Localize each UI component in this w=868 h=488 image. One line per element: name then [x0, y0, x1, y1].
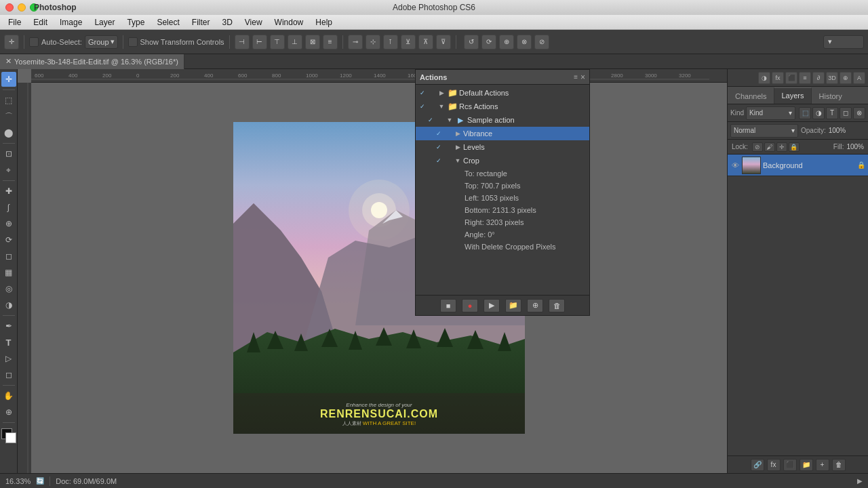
stop-btn[interactable]: ■	[440, 299, 456, 312]
dodge-tool[interactable]: ◑	[1, 298, 16, 312]
lock-all-btn[interactable]: 🔒	[789, 142, 800, 152]
menu-3d[interactable]: 3D	[216, 16, 237, 28]
brush-tool[interactable]: ∫	[1, 200, 16, 215]
blur-tool[interactable]: ◎	[1, 281, 16, 296]
menu-filter[interactable]: Filter	[186, 16, 216, 28]
filter-pixel-btn[interactable]: ⬚	[799, 107, 811, 119]
actions-close-btn[interactable]: ×	[580, 73, 585, 82]
mask-icon[interactable]: ⬛	[785, 72, 797, 84]
add-mask-btn[interactable]: ⬛	[783, 459, 797, 471]
3d-roll-btn[interactable]: ⟳	[481, 35, 496, 49]
auto-select-check[interactable]	[29, 37, 39, 47]
menu-view[interactable]: View	[239, 16, 268, 28]
background-color[interactable]	[5, 432, 16, 443]
minimize-button[interactable]	[18, 3, 26, 12]
lock-transparent-btn[interactable]: ⊘	[752, 142, 763, 152]
type-tool[interactable]: T	[1, 335, 16, 350]
levels-row[interactable]: ✓ ▶ Levels	[416, 140, 589, 154]
doc-tab[interactable]: ✕ Yosemite-3b-148-Edit-Edit.tif @ 16.3% …	[0, 54, 184, 69]
filter-adjust-btn[interactable]: ◑	[812, 107, 825, 119]
path-icon[interactable]: ∂	[812, 72, 825, 84]
sample-action-expand[interactable]: ▼	[446, 116, 454, 124]
layer-eye-icon[interactable]: 👁	[730, 161, 740, 170]
filter-smart-btn[interactable]: ⊗	[853, 107, 865, 119]
3d-pan-btn[interactable]: ⊕	[499, 35, 514, 49]
close-button[interactable]	[5, 3, 14, 12]
distribute-btn-6[interactable]: ⊽	[436, 35, 451, 49]
add-style-btn[interactable]: fx	[767, 459, 781, 471]
hand-tool[interactable]: ✋	[1, 388, 16, 403]
color-swatches[interactable]	[1, 428, 16, 443]
healing-tool[interactable]: ✚	[1, 184, 16, 199]
crop-expand[interactable]: ▼	[454, 157, 462, 165]
align-bottom-btn[interactable]: ≡	[323, 35, 338, 49]
menu-image[interactable]: Image	[54, 16, 87, 28]
align-top-btn[interactable]: ⊥	[288, 35, 302, 49]
measurement-icon[interactable]: ⊕	[840, 72, 852, 84]
distribute-btn-1[interactable]: ⊸	[348, 35, 363, 49]
path-select-tool[interactable]: ▷	[1, 351, 16, 366]
menu-help[interactable]: Help	[310, 16, 338, 28]
eyedropper-tool[interactable]: ⌖	[1, 163, 16, 178]
delete-btn[interactable]: 🗑	[549, 299, 565, 312]
shape-tool[interactable]: ◻	[1, 367, 16, 382]
clone-tool[interactable]: ⊕	[1, 216, 16, 231]
filter-shape-btn[interactable]: ◻	[840, 107, 852, 119]
marquee-tool[interactable]: ⬚	[1, 93, 16, 108]
transform-check[interactable]	[128, 37, 138, 47]
lock-image-btn[interactable]: 🖌	[764, 142, 775, 152]
menu-edit[interactable]: Edit	[28, 16, 53, 28]
pen-tool[interactable]: ✒	[1, 319, 16, 333]
tab-history[interactable]: History	[812, 87, 850, 104]
distribute-btn-4[interactable]: ⊻	[401, 35, 416, 49]
blend-mode-dropdown[interactable]: Normal ▾	[730, 124, 798, 138]
new-layer-btn[interactable]: +	[816, 459, 829, 471]
actions-menu-btn[interactable]: ≡	[574, 73, 578, 81]
menu-type[interactable]: Type	[121, 16, 150, 28]
default-actions-expand[interactable]: ▶	[437, 89, 446, 97]
align-center-btn[interactable]: ⊢	[252, 35, 267, 49]
adjust-icon[interactable]: ◑	[758, 72, 770, 84]
vibrance-row[interactable]: ✓ ▶ Vibrance	[416, 127, 589, 140]
rcs-actions-expand[interactable]: ▼	[437, 102, 446, 110]
playback-btn[interactable]: ▶	[857, 477, 863, 485]
quick-select-tool[interactable]: ⬤	[1, 125, 16, 140]
distribute-btn-2[interactable]: ⊹	[366, 35, 380, 49]
zoom-tool[interactable]: ⊕	[1, 405, 16, 420]
fx-icon[interactable]: fx	[772, 72, 784, 84]
vibrance-expand[interactable]: ▶	[454, 129, 462, 138]
text-icon[interactable]: A	[853, 72, 865, 84]
new-set-btn[interactable]: 📁	[505, 299, 521, 312]
history-brush-tool[interactable]: ⟳	[1, 232, 16, 247]
channels-icon[interactable]: ≡	[799, 72, 811, 84]
levels-expand[interactable]: ▶	[454, 143, 462, 151]
sample-action-row[interactable]: ✓ ▼ ▶ Sample action	[416, 113, 589, 127]
3d-scale-btn[interactable]: ⊘	[534, 35, 549, 49]
3d-panel-icon[interactable]: 3D	[826, 72, 838, 84]
link-layers-btn[interactable]: 🔗	[751, 459, 764, 471]
tab-channels[interactable]: Channels	[728, 87, 774, 104]
3d-rotate-btn[interactable]: ↺	[464, 35, 479, 49]
align-right-btn[interactable]: ⊤	[270, 35, 285, 49]
delete-layer-btn[interactable]: 🗑	[832, 459, 846, 471]
layer-background[interactable]: 👁 Background 🔒	[728, 155, 868, 176]
crop-row[interactable]: ✓ ▼ Crop	[416, 154, 589, 167]
crop-tool[interactable]: ⊡	[1, 146, 16, 161]
move-tool[interactable]: ✛	[1, 72, 16, 87]
distribute-btn-5[interactable]: ⊼	[418, 35, 433, 49]
3d-value-dropdown[interactable]: ▾	[823, 35, 864, 49]
tab-layers[interactable]: Layers	[774, 87, 811, 104]
default-actions-row[interactable]: ✓ ▶ 📁 Default Actions	[416, 86, 589, 100]
kind-dropdown[interactable]: Kind ▾	[746, 106, 795, 120]
play-btn[interactable]: ▶	[484, 299, 500, 312]
menu-select[interactable]: Select	[151, 16, 184, 28]
menu-file[interactable]: File	[3, 16, 26, 28]
zoom-icon[interactable]: 🔄	[36, 477, 44, 485]
canvas-area[interactable]: 600 400 200 0 200 400 600 800 1000 1200 …	[18, 69, 727, 473]
filter-text-btn[interactable]: T	[826, 107, 838, 119]
rcs-actions-row[interactable]: ✓ ▼ 📁 Rcs Actions	[416, 100, 589, 113]
menu-layer[interactable]: Layer	[89, 16, 120, 28]
eraser-tool[interactable]: ◻	[1, 249, 16, 264]
3d-slide-btn[interactable]: ⊗	[517, 35, 532, 49]
new-group-btn[interactable]: 📁	[800, 459, 813, 471]
